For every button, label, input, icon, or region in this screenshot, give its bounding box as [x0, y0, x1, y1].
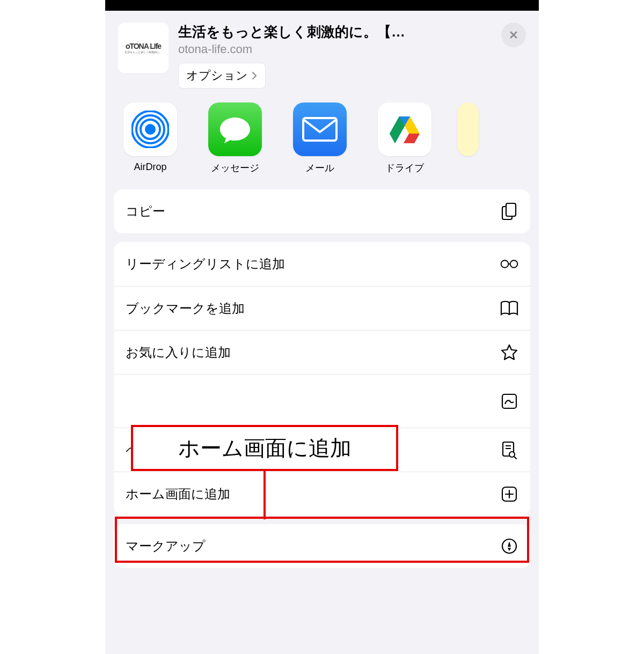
copy-icon — [500, 202, 518, 221]
svg-point-0 — [145, 124, 156, 135]
actions-card-extra: マークアップ — [114, 524, 530, 568]
close-button[interactable] — [501, 23, 526, 47]
svg-point-7 — [501, 260, 509, 268]
action-label: ホーム画面に追加 — [126, 486, 230, 503]
share-target-notes[interactable] — [457, 102, 479, 174]
action-label: コピー — [126, 203, 165, 220]
drive-icon — [378, 102, 431, 156]
action-label: リーディングリストに追加 — [126, 255, 285, 273]
action-label: マークアップ — [126, 538, 206, 555]
close-icon — [508, 30, 519, 40]
book-icon — [500, 299, 518, 318]
page-title: 生活をもっと楽しく刺激的に。【… — [178, 23, 492, 41]
actions-card-main: リーディングリストに追加 ブックマークを追加 お気に入りに追加 — [114, 242, 530, 516]
share-sheet: oTONA LIfe 生活をもっと楽しく刺激的に。 生活をもっと楽しく刺激的に。… — [105, 0, 539, 654]
share-label: メッセージ — [211, 161, 259, 174]
share-target-drive[interactable]: ドライブ — [372, 102, 437, 174]
glasses-icon — [500, 255, 518, 273]
messages-icon — [208, 102, 262, 156]
annotation-callout-text: ホーム画面に追加 — [178, 433, 352, 463]
site-favicon: oTONA LIfe 生活をもっと楽しく刺激的に。 — [118, 23, 169, 73]
action-row-placeholder — [114, 374, 530, 428]
action-add-to-home[interactable]: ホーム画面に追加 — [114, 472, 530, 516]
annotation-callout: ホーム画面に追加 — [131, 425, 398, 471]
annotation-connector — [264, 471, 266, 519]
options-label: オプション — [186, 68, 248, 84]
action-copy[interactable]: コピー — [114, 189, 530, 233]
share-targets-row[interactable]: AirDrop メッセージ メール — [105, 97, 539, 181]
notes-icon — [457, 102, 479, 156]
sheet-body: oTONA LIfe 生活をもっと楽しく刺激的に。 生活をもっと楽しく刺激的に。… — [105, 11, 539, 654]
mail-icon — [293, 102, 347, 156]
doc-search-icon — [500, 441, 518, 459]
plus-square-icon — [500, 485, 518, 503]
chevron-right-icon — [251, 71, 258, 80]
pen-icon — [500, 537, 518, 555]
action-reading-list[interactable]: リーディングリストに追加 — [114, 242, 530, 286]
options-button[interactable]: オプション — [178, 63, 266, 89]
action-label: ブックマークを追加 — [126, 300, 245, 317]
page-domain: otona-life.com — [178, 42, 492, 56]
share-label: メール — [305, 161, 334, 174]
share-target-messages[interactable]: メッセージ — [203, 102, 267, 174]
site-logo-tagline: 生活をもっと楽しく刺激的に。 — [125, 50, 162, 54]
header-info: 生活をもっと楽しく刺激的に。【… otona-life.com オプション — [178, 23, 492, 89]
airdrop-icon — [123, 102, 177, 156]
share-target-mail[interactable]: メール — [288, 102, 352, 174]
svg-rect-4 — [303, 118, 336, 141]
action-add-bookmark[interactable]: ブックマークを追加 — [114, 286, 530, 330]
action-label: お気に入りに追加 — [126, 344, 231, 361]
notch-bar — [105, 0, 539, 11]
screenshot-frame: oTONA LIfe 生活をもっと楽しく刺激的に。 生活をもっと楽しく刺激的に。… — [0, 0, 644, 654]
share-header: oTONA LIfe 生活をもっと楽しく刺激的に。 生活をもっと楽しく刺激的に。… — [105, 11, 539, 97]
actions-card-copy: コピー — [114, 189, 530, 233]
action-markup[interactable]: マークアップ — [114, 524, 530, 568]
share-label: ドライブ — [385, 161, 424, 174]
svg-rect-6 — [506, 203, 516, 216]
share-target-airdrop[interactable]: AirDrop — [118, 102, 182, 174]
svg-point-8 — [510, 260, 518, 268]
site-logo-text: oTONA LIfe — [126, 42, 161, 50]
share-label: AirDrop — [134, 161, 166, 173]
star-icon — [500, 343, 518, 362]
quicknote-icon — [500, 392, 518, 410]
action-add-favorite[interactable]: お気に入りに追加 — [114, 330, 530, 374]
